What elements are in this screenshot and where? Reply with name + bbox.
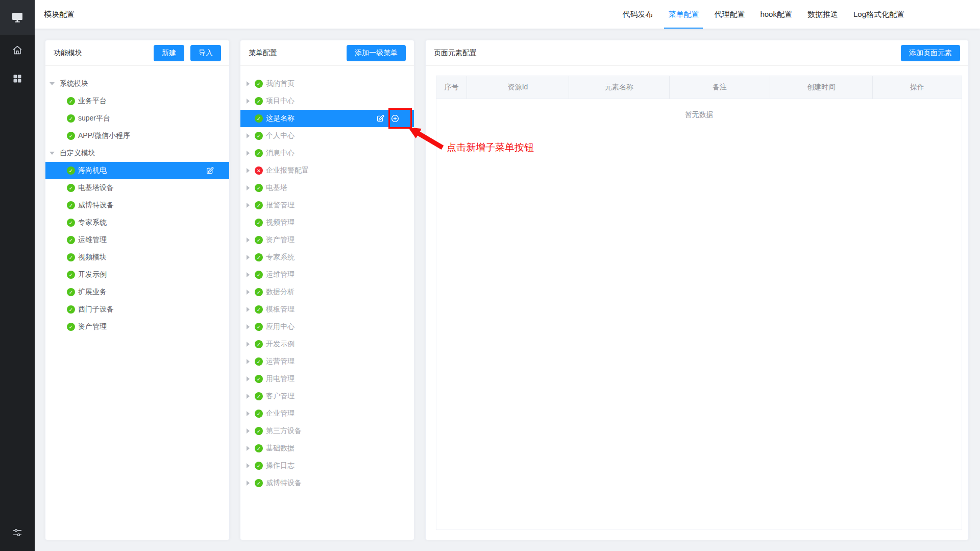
caret-right-icon[interactable] (247, 463, 250, 468)
menu-item-row[interactable]: ✓客户管理 (240, 388, 414, 405)
caret-right-icon[interactable] (247, 342, 250, 347)
module-item-row[interactable]: ✓专家系统 (45, 214, 229, 231)
monitor-icon[interactable] (0, 0, 35, 35)
module-item-row[interactable]: ✓APP/微信小程序 (45, 127, 229, 145)
module-item-label: 开发示例 (78, 270, 107, 279)
menu-item-row[interactable]: ✓基础数据 (240, 440, 414, 457)
caret-right-icon[interactable] (247, 324, 250, 329)
caret-right-icon[interactable] (247, 376, 250, 381)
module-item-row[interactable]: ✓视频模块 (45, 249, 229, 266)
module-item-row[interactable]: ✓扩展业务 (45, 283, 229, 301)
add-page-element-button[interactable]: 添加页面元素 (901, 45, 960, 61)
tab-代码发布[interactable]: 代码发布 (622, 0, 653, 29)
success-icon: ✓ (255, 323, 263, 331)
menu-item-row[interactable]: ✓消息中心 (240, 145, 414, 162)
menu-item-row[interactable]: ✓第三方设备 (240, 422, 414, 440)
module-group-label: 自定义模块 (60, 149, 95, 158)
success-icon: ✓ (255, 271, 263, 279)
menu-item-row[interactable]: ✓电基塔 (240, 179, 414, 197)
sliders-icon[interactable] (0, 521, 35, 544)
menu-item-row[interactable]: ✓模板管理 (240, 301, 414, 318)
menu-item-row[interactable]: ✓企业管理 (240, 405, 414, 422)
table-column-header: 操作 (873, 76, 962, 99)
menu-item-row[interactable]: ✓专家系统 (240, 249, 414, 266)
module-item-row[interactable]: ✓电基塔设备 (45, 179, 229, 197)
menu-item-row[interactable]: ✓视频管理 (240, 214, 414, 231)
menu-item-label: 企业报警配置 (266, 166, 309, 175)
caret-right-icon[interactable] (247, 168, 250, 173)
menu-item-label: 客户管理 (266, 392, 295, 401)
menu-item-row[interactable]: ✓用电管理 (240, 370, 414, 388)
caret-right-icon[interactable] (247, 133, 250, 138)
caret-right-icon[interactable] (247, 446, 250, 451)
module-item-label: APP/微信小程序 (78, 131, 130, 140)
module-item-row[interactable]: ✓西门子设备 (45, 301, 229, 318)
menu-item-row[interactable]: ✓威博特设备 (240, 474, 414, 492)
caret-down-icon[interactable] (50, 152, 55, 155)
edit-icon[interactable] (206, 166, 214, 175)
caret-right-icon[interactable] (247, 81, 250, 86)
menu-item-row[interactable]: ✓我的首页 (240, 75, 414, 92)
menu-item-row[interactable]: ✓项目中心 (240, 92, 414, 110)
tab-hook配置[interactable]: hook配置 (760, 0, 792, 29)
home-icon[interactable] (0, 39, 35, 61)
menu-item-row[interactable]: ✓运营管理 (240, 353, 414, 370)
success-icon: ✓ (67, 236, 75, 244)
menu-item-row[interactable]: ✓资产管理 (240, 231, 414, 249)
new-module-button[interactable]: 新建 (154, 45, 184, 61)
module-item-row[interactable]: ✓威博特设备 (45, 197, 229, 214)
menu-item-row[interactable]: ✓操作日志 (240, 457, 414, 474)
menu-item-row[interactable]: ✓这是名称 (240, 110, 414, 127)
menu-item-row[interactable]: ✓应用中心 (240, 318, 414, 336)
import-module-button[interactable]: 导入 (190, 45, 221, 61)
caret-right-icon[interactable] (247, 411, 250, 416)
caret-right-icon[interactable] (247, 428, 250, 434)
caret-right-icon[interactable] (247, 394, 250, 399)
caret-right-icon[interactable] (247, 307, 250, 312)
menu-item-row[interactable]: ✓运维管理 (240, 266, 414, 283)
modules-tree: 系统模块✓业务平台✓super平台✓APP/微信小程序自定义模块✓海尚机电✓电基… (45, 66, 229, 336)
module-item-label: 扩展业务 (78, 288, 107, 297)
menu-item-row[interactable]: ✓开发示例 (240, 336, 414, 353)
menu-item-label: 电基塔 (266, 183, 287, 193)
caret-right-icon[interactable] (247, 290, 250, 295)
menu-item-label: 威博特设备 (266, 478, 302, 488)
tab-菜单配置[interactable]: 菜单配置 (668, 0, 699, 29)
module-item-row[interactable]: ✓开发示例 (45, 266, 229, 283)
edit-icon[interactable] (376, 114, 384, 123)
menu-item-row[interactable]: ✓数据分析 (240, 283, 414, 301)
module-group-row[interactable]: 系统模块 (45, 75, 229, 92)
menu-item-row[interactable]: ✓报警管理 (240, 197, 414, 214)
caret-right-icon[interactable] (247, 99, 250, 104)
tab-代理配置[interactable]: 代理配置 (714, 0, 745, 29)
add-top-menu-button[interactable]: 添加一级菜单 (347, 45, 406, 61)
module-group-row[interactable]: 自定义模块 (45, 145, 229, 162)
tab-数据推送[interactable]: 数据推送 (807, 0, 838, 29)
caret-right-icon[interactable] (247, 203, 250, 208)
module-item-row[interactable]: ✓业务平台 (45, 92, 229, 110)
tab-Log格式化配置[interactable]: Log格式化配置 (853, 0, 904, 29)
caret-right-icon[interactable] (247, 237, 250, 243)
caret-right-icon[interactable] (247, 272, 250, 277)
menu-item-label: 数据分析 (266, 288, 295, 297)
menu-item-row[interactable]: ✕企业报警配置 (240, 162, 414, 179)
caret-right-icon[interactable] (247, 255, 250, 260)
top-header: 模块配置 代码发布菜单配置代理配置hook配置数据推送Log格式化配置 (35, 0, 980, 29)
module-item-row[interactable]: ✓资产管理 (45, 318, 229, 336)
caret-right-icon[interactable] (247, 359, 250, 364)
module-item-row[interactable]: ✓海尚机电 (45, 162, 229, 179)
module-item-label: 业务平台 (78, 97, 107, 106)
module-item-row[interactable]: ✓super平台 (45, 110, 229, 127)
success-icon: ✓ (67, 271, 75, 279)
module-item-row[interactable]: ✓运维管理 (45, 231, 229, 249)
caret-down-icon[interactable] (50, 82, 55, 85)
menu-item-label: 视频管理 (266, 218, 295, 227)
add-child-menu-icon[interactable] (390, 114, 400, 123)
success-icon: ✓ (255, 410, 263, 418)
menu-item-row[interactable]: ✓个人中心 (240, 127, 414, 145)
caret-right-icon[interactable] (247, 185, 250, 190)
success-icon: ✓ (67, 288, 75, 296)
caret-right-icon[interactable] (247, 481, 250, 486)
caret-right-icon[interactable] (247, 151, 250, 156)
apps-grid-icon[interactable] (0, 67, 35, 90)
